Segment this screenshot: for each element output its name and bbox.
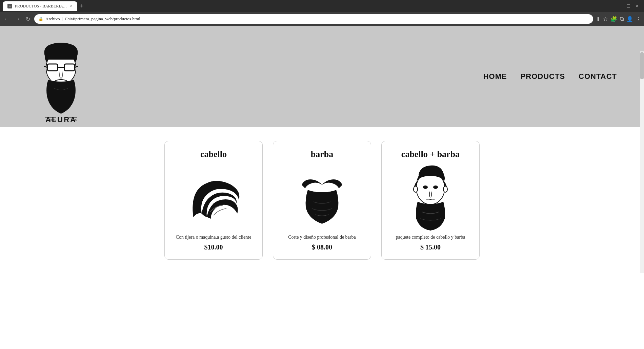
tab-title: PRODUCTOS - BARBERIA ALURA: [15, 4, 67, 9]
product-price-cabello-barba: $ 15.00: [420, 243, 441, 251]
security-icon: 🔒: [38, 17, 43, 22]
svg-point-13: [414, 186, 418, 192]
extensions-icon[interactable]: 🧩: [610, 16, 617, 22]
main-nav: HOME PRODUCTS CONTACT: [483, 72, 617, 81]
product-desc-cabello-barba: paquete completo de cabello y barba: [396, 234, 465, 241]
svg-text:2020: 2020: [71, 118, 77, 121]
product-card-cabello: cabello Con tijera o maquina,a gusto del…: [164, 141, 263, 260]
browser-chrome: ✂ PRODUCTOS - BARBERIA ALURA × + − □ × ←…: [0, 0, 644, 26]
logo-area: ALURA ESTD 2020: [27, 38, 95, 115]
product-card-cabello-barba: cabello + barba: [381, 141, 480, 260]
refresh-button[interactable]: ↻: [24, 15, 32, 23]
product-image-cabello-barba: [402, 166, 459, 227]
tab-bar: ✂ PRODUCTOS - BARBERIA ALURA × + − □ ×: [0, 0, 644, 12]
product-card-barba: barba Corte y diseño profesional de barb…: [273, 141, 371, 260]
svg-point-14: [443, 186, 447, 192]
maximize-button[interactable]: □: [627, 3, 630, 9]
product-price-barba: $ 08.00: [312, 243, 332, 251]
product-title-cabello: cabello: [200, 149, 227, 159]
address-bar: ← → ↻ 🔒 Archivo | C:/Miprimera_pagina_we…: [0, 12, 644, 26]
nav-home[interactable]: HOME: [483, 72, 507, 81]
new-tab-button[interactable]: +: [77, 3, 86, 10]
products-section: cabello Con tijera o maquina,a gusto del…: [0, 127, 644, 273]
forward-button[interactable]: →: [14, 15, 22, 23]
page-wrapper: ALURA ESTD 2020 HOME PRODUCTS CONTACT ca…: [0, 26, 644, 273]
close-button[interactable]: ×: [636, 3, 639, 9]
product-desc-cabello: Con tijera o maquina,a gusto del cliente: [176, 234, 251, 241]
active-tab[interactable]: ✂ PRODUCTOS - BARBERIA ALURA ×: [3, 1, 77, 11]
nav-products[interactable]: PRODUCTS: [521, 72, 565, 81]
url-path: C:/Miprimera_pagina_web/productos.html: [65, 16, 140, 22]
menu-icon[interactable]: ⋮: [636, 16, 641, 22]
split-view-icon[interactable]: ⧉: [620, 16, 624, 22]
browser-actions: ⬆ ☆ 🧩 ⧉ 👤 ⋮: [596, 16, 641, 22]
product-title-cabello-barba: cabello + barba: [401, 149, 460, 159]
window-controls: − □ ×: [618, 3, 641, 9]
nav-contact[interactable]: CONTACT: [579, 72, 617, 81]
profile-icon[interactable]: 👤: [626, 16, 633, 22]
site-header: ALURA ESTD 2020 HOME PRODUCTS CONTACT: [0, 26, 644, 127]
scrollbar-thumb[interactable]: [640, 52, 644, 79]
url-separator: |: [62, 16, 63, 22]
share-icon[interactable]: ⬆: [596, 16, 600, 22]
scrollbar[interactable]: [640, 51, 644, 273]
logo-image: ALURA ESTD 2020: [27, 38, 95, 115]
back-button[interactable]: ←: [3, 15, 11, 23]
product-image-barba: [293, 166, 351, 227]
tab-close-button[interactable]: ×: [70, 3, 73, 9]
svg-point-16: [433, 186, 438, 189]
product-image-cabello: [185, 166, 242, 227]
product-price-cabello: $10.00: [204, 243, 223, 251]
product-desc-barba: Corte y diseño profesional de barba: [288, 234, 356, 241]
product-title-barba: barba: [311, 149, 333, 159]
tab-favicon: ✂: [7, 4, 12, 8]
minimize-button[interactable]: −: [618, 3, 621, 9]
svg-text:ESTD: ESTD: [49, 118, 57, 121]
url-prefix: Archivo: [45, 16, 60, 22]
url-field[interactable]: 🔒 Archivo | C:/Miprimera_pagina_web/prod…: [34, 14, 593, 24]
bookmark-icon[interactable]: ☆: [603, 16, 608, 22]
svg-point-15: [423, 186, 428, 189]
